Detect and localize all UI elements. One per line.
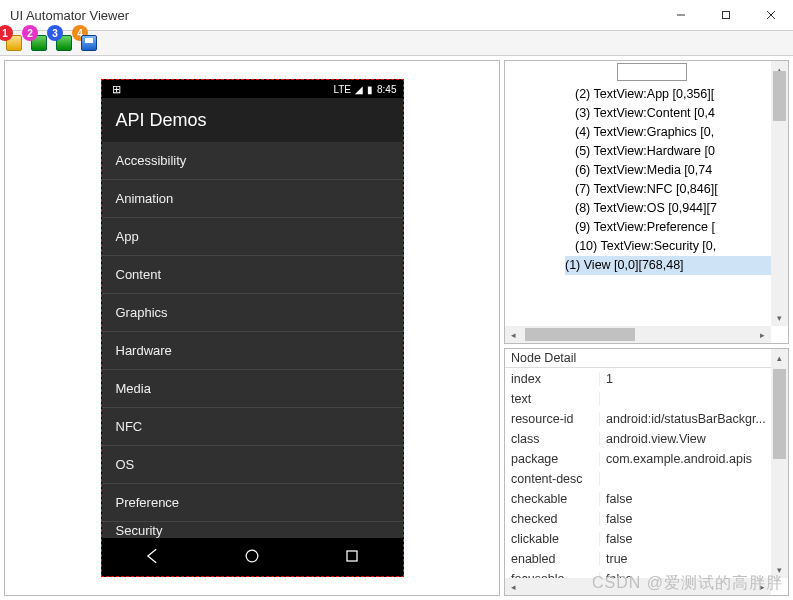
detail-row: packagecom.example.android.apis — [505, 449, 771, 469]
list-item[interactable]: OS — [102, 446, 403, 484]
detail-table: index1 text resource-idandroid:id/status… — [505, 369, 771, 578]
back-icon[interactable] — [142, 546, 162, 569]
tree-vscrollbar[interactable]: ▴▾ — [771, 61, 788, 326]
detail-hscrollbar[interactable]: ◂▸ — [505, 578, 771, 595]
detail-row: focusablefalse — [505, 569, 771, 578]
tree-node[interactable]: (10) TextView:Security [0, — [575, 237, 771, 256]
detail-row: index1 — [505, 369, 771, 389]
tree-node[interactable]: (8) TextView:OS [0,944][7 — [575, 199, 771, 218]
detail-row: classandroid.view.View — [505, 429, 771, 449]
minimize-button[interactable] — [658, 0, 703, 30]
detail-vscrollbar[interactable]: ▴▾ — [771, 349, 788, 578]
clock: 8:45 — [377, 84, 396, 95]
list-item[interactable]: Media — [102, 370, 403, 408]
detail-row: enabledtrue — [505, 549, 771, 569]
scroll-thumb[interactable] — [525, 328, 635, 341]
tree-content[interactable]: (2) TextView:App [0,356][ (3) TextView:C… — [505, 85, 771, 326]
tree-node[interactable]: (7) TextView:NFC [0,846][ — [575, 180, 771, 199]
node-detail-pane: Node Detail index1 text resource-idandro… — [504, 348, 789, 596]
inspector-panels: (2) TextView:App [0,356][ (3) TextView:C… — [504, 60, 789, 596]
scroll-left-icon[interactable]: ◂ — [505, 578, 522, 595]
detail-row: content-desc — [505, 469, 771, 489]
main-area: ⊞ LTE ◢ ▮ 8:45 API Demos Accessibility A… — [0, 56, 793, 600]
signal-icon: ◢ — [355, 84, 363, 95]
detail-row: checkedfalse — [505, 509, 771, 529]
svg-rect-1 — [722, 12, 729, 19]
detail-row: clickablefalse — [505, 529, 771, 549]
list-item[interactable]: Animation — [102, 180, 403, 218]
list-item[interactable]: Graphics — [102, 294, 403, 332]
tree-node[interactable]: (6) TextView:Media [0,74 — [575, 161, 771, 180]
app-title: API Demos — [102, 98, 403, 142]
window-title: UI Automator Viewer — [10, 8, 658, 23]
toolbar: 1 2 3 4 — [0, 30, 793, 56]
tree-node[interactable]: (9) TextView:Preference [ — [575, 218, 771, 237]
window-controls — [658, 0, 793, 30]
scroll-right-icon[interactable]: ▸ — [754, 326, 771, 343]
tree-node[interactable]: (5) TextView:Hardware [0 — [575, 142, 771, 161]
svg-rect-5 — [347, 551, 357, 561]
detail-title: Node Detail — [505, 349, 788, 368]
detail-row: resource-idandroid:id/statusBarBackgr... — [505, 409, 771, 429]
list-item[interactable]: App — [102, 218, 403, 256]
detail-row: text — [505, 389, 771, 409]
status-bar: ⊞ LTE ◢ ▮ 8:45 — [102, 80, 403, 98]
recent-icon[interactable] — [342, 546, 362, 569]
list-item[interactable]: Hardware — [102, 332, 403, 370]
list-item[interactable]: Preference — [102, 484, 403, 522]
tree-node[interactable]: (4) TextView:Graphics [0, — [575, 123, 771, 142]
scroll-right-icon[interactable]: ▸ — [754, 578, 771, 595]
scroll-thumb[interactable] — [773, 71, 786, 121]
svg-point-4 — [246, 550, 258, 562]
apps-icon: ⊞ — [112, 83, 121, 96]
device-screenshot[interactable]: ⊞ LTE ◢ ▮ 8:45 API Demos Accessibility A… — [101, 79, 404, 577]
battery-icon: ▮ — [367, 84, 373, 95]
home-icon[interactable] — [242, 546, 262, 569]
list-item[interactable]: Accessibility — [102, 142, 403, 180]
tree-header-box — [617, 63, 687, 81]
titlebar: UI Automator Viewer — [0, 0, 793, 30]
hierarchy-tree-pane: (2) TextView:App [0,356][ (3) TextView:C… — [504, 60, 789, 344]
list-item[interactable]: NFC — [102, 408, 403, 446]
tree-node-selected[interactable]: (1) View [0,0][768,48] — [565, 256, 771, 275]
lte-indicator: LTE — [333, 84, 351, 95]
detail-row: checkablefalse — [505, 489, 771, 509]
close-button[interactable] — [748, 0, 793, 30]
screenshot-pane: ⊞ LTE ◢ ▮ 8:45 API Demos Accessibility A… — [4, 60, 500, 596]
tree-node[interactable]: (3) TextView:Content [0,4 — [575, 104, 771, 123]
tree-node[interactable]: (2) TextView:App [0,356][ — [575, 85, 771, 104]
scroll-down-icon[interactable]: ▾ — [771, 309, 788, 326]
scroll-down-icon[interactable]: ▾ — [771, 561, 788, 578]
save-button[interactable]: 4 — [77, 32, 101, 54]
demo-list: Accessibility Animation App Content Grap… — [102, 142, 403, 540]
save-icon — [81, 35, 97, 51]
android-navbar — [102, 538, 403, 576]
list-item[interactable]: Content — [102, 256, 403, 294]
scroll-up-icon[interactable]: ▴ — [771, 349, 788, 366]
scroll-thumb[interactable] — [773, 369, 786, 459]
maximize-button[interactable] — [703, 0, 748, 30]
tree-hscrollbar[interactable]: ◂▸ — [505, 326, 771, 343]
scroll-left-icon[interactable]: ◂ — [505, 326, 522, 343]
